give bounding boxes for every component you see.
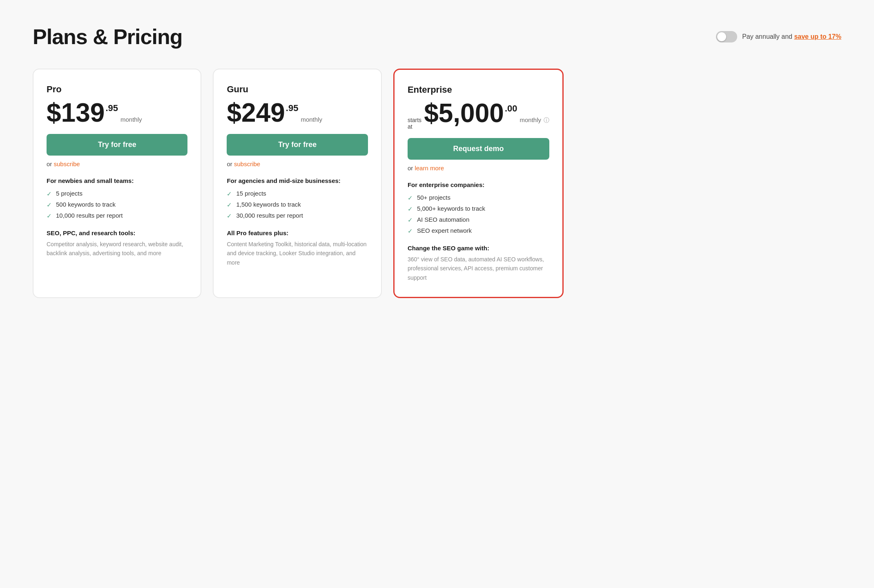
- page-title: Plans & Pricing: [33, 24, 182, 49]
- check-icon: ✓: [227, 190, 232, 198]
- plan-name: Guru: [227, 84, 368, 95]
- feature-item: ✓ 10,000 results per report: [47, 212, 187, 220]
- plan-card-guru: Guru $249 .95 monthly Try for free or su…: [213, 69, 381, 298]
- feature-item: ✓ 50+ projects: [408, 194, 549, 202]
- check-icon: ✓: [47, 201, 52, 209]
- feature-item: ✓ AI SEO automation: [408, 216, 549, 224]
- cta-button-pro[interactable]: Try for free: [47, 134, 187, 156]
- price-starts-at: starts at: [408, 117, 421, 130]
- price-row: $139 .95 monthly: [47, 100, 187, 126]
- audience-label: For newbies and small teams:: [47, 177, 187, 184]
- feature-text: AI SEO automation: [417, 216, 469, 223]
- check-icon: ✓: [408, 205, 413, 213]
- secondary-link: or subscribe: [227, 160, 368, 167]
- price-main: $249: [227, 100, 285, 126]
- feature-text: 15 projects: [236, 190, 266, 197]
- price-main: $139: [47, 100, 105, 126]
- billing-toggle[interactable]: [716, 31, 737, 42]
- check-icon: ✓: [47, 190, 52, 198]
- plan-card-pro: Pro $139 .95 monthly Try for free or sub…: [33, 69, 201, 298]
- extra-label: SEO, PPC, and research tools:: [47, 229, 187, 236]
- price-cents: .00: [505, 103, 517, 114]
- check-icon: ✓: [227, 201, 232, 209]
- feature-text: 50+ projects: [417, 194, 450, 201]
- save-text: save up to 17%: [794, 33, 841, 40]
- info-icon[interactable]: ⓘ: [544, 117, 549, 124]
- feature-item: ✓ SEO expert network: [408, 227, 549, 235]
- check-icon: ✓: [227, 212, 232, 220]
- feature-item: ✓ 500 keywords to track: [47, 201, 187, 209]
- feature-text: 500 keywords to track: [56, 201, 116, 208]
- plan-name: Pro: [47, 84, 187, 95]
- price-period: monthly: [519, 116, 541, 123]
- check-icon: ✓: [408, 216, 413, 224]
- check-icon: ✓: [47, 212, 52, 220]
- price-cents: .95: [286, 103, 299, 114]
- feature-text: SEO expert network: [417, 227, 472, 234]
- extra-label: All Pro features plus:: [227, 229, 368, 236]
- feature-item: ✓ 30,000 results per report: [227, 212, 368, 220]
- page-header: Plans & Pricing Pay annually and save up…: [33, 24, 841, 49]
- check-icon: ✓: [408, 194, 413, 202]
- billing-toggle-area: Pay annually and save up to 17%: [716, 31, 841, 42]
- features-list: ✓ 50+ projects ✓ 5,000+ keywords to trac…: [408, 194, 549, 235]
- price-period: monthly: [301, 116, 322, 123]
- extra-description: Content Marketing Toolkit, historical da…: [227, 240, 368, 267]
- audience-label: For enterprise companies:: [408, 181, 549, 188]
- feature-text: 5 projects: [56, 190, 82, 197]
- features-list: ✓ 5 projects ✓ 500 keywords to track ✓ 1…: [47, 190, 187, 220]
- secondary-link-text[interactable]: subscribe: [234, 160, 260, 167]
- toggle-knob: [717, 32, 726, 41]
- extra-description: Competitor analysis, keyword research, w…: [47, 240, 187, 258]
- feature-text: 10,000 results per report: [56, 212, 123, 219]
- feature-item: ✓ 5,000+ keywords to track: [408, 205, 549, 213]
- feature-text: 1,500 keywords to track: [236, 201, 301, 208]
- price-main: $5,000: [424, 100, 504, 126]
- check-icon: ✓: [408, 227, 413, 235]
- extra-label: Change the SEO game with:: [408, 245, 549, 252]
- feature-item: ✓ 5 projects: [47, 190, 187, 198]
- extra-description: 360° view of SEO data, automated AI SEO …: [408, 255, 549, 282]
- price-period: monthly: [120, 116, 142, 123]
- price-cents: .95: [105, 103, 118, 114]
- price-row: $249 .95 monthly: [227, 100, 368, 126]
- feature-item: ✓ 1,500 keywords to track: [227, 201, 368, 209]
- plan-card-enterprise: Enterprise starts at $5,000 .00 monthly …: [393, 69, 564, 298]
- audience-label: For agencies and mid-size businesses:: [227, 177, 368, 184]
- plan-name: Enterprise: [408, 85, 549, 95]
- secondary-link-text[interactable]: learn more: [415, 165, 444, 172]
- secondary-link: or subscribe: [47, 160, 187, 167]
- features-list: ✓ 15 projects ✓ 1,500 keywords to track …: [227, 190, 368, 220]
- billing-label: Pay annually and save up to 17%: [742, 33, 841, 40]
- cta-button-enterprise[interactable]: Request demo: [408, 138, 549, 160]
- feature-item: ✓ 15 projects: [227, 190, 368, 198]
- feature-text: 5,000+ keywords to track: [417, 205, 485, 212]
- price-row: starts at $5,000 .00 monthly ⓘ: [408, 100, 549, 130]
- feature-text: 30,000 results per report: [236, 212, 303, 219]
- secondary-link: or learn more: [408, 165, 549, 172]
- plans-grid: Pro $139 .95 monthly Try for free or sub…: [33, 69, 564, 298]
- secondary-link-text[interactable]: subscribe: [54, 160, 80, 167]
- cta-button-guru[interactable]: Try for free: [227, 134, 368, 156]
